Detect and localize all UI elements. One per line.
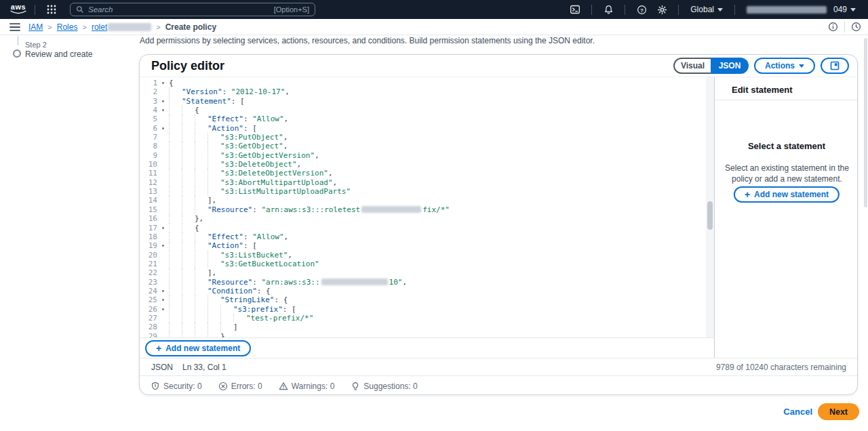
fold-toggle-icon[interactable]: ▾	[157, 224, 169, 232]
security-findings[interactable]: Security: 0	[151, 382, 202, 391]
step-radio-icon[interactable]	[13, 49, 21, 58]
breadcrumb-role[interactable]: rolet	[92, 22, 151, 32]
json-code-editor[interactable]: 1▾{2"Version": "2012-10-17",3▾"Statement…	[140, 77, 714, 337]
divider	[625, 5, 625, 15]
editor-line[interactable]: 4▾{	[140, 106, 706, 115]
error-circle-icon	[218, 382, 228, 391]
status-cursor-position: Ln 33, Col 1	[182, 363, 226, 372]
info-panel-icon[interactable]	[828, 22, 838, 32]
editor-line[interactable]: 28]	[140, 323, 706, 331]
actions-dropdown-button[interactable]: Actions	[754, 58, 815, 74]
indent-guide	[208, 169, 220, 178]
editor-line[interactable]: 25▾"StringLike": {	[140, 295, 706, 304]
editor-line[interactable]: 17▾{	[140, 224, 706, 232]
panel-add-new-statement-button[interactable]: + Add new statement	[734, 186, 840, 203]
region-selector[interactable]: Global	[685, 5, 728, 14]
next-button[interactable]: Next	[818, 403, 859, 420]
editor-line[interactable]: 2"Version": "2012-10-17",	[140, 87, 706, 96]
editor-line[interactable]: 9"s3:GetObjectVersion",	[140, 151, 706, 160]
maximize-editor-button[interactable]	[821, 58, 849, 74]
editor-scrollbar[interactable]	[706, 77, 714, 337]
divider	[35, 5, 35, 15]
json-key: "s3:prefix"	[233, 305, 283, 314]
page-scrollbar-thumb[interactable]	[864, 38, 867, 207]
fold-toggle-icon[interactable]: ▾	[157, 97, 169, 106]
editor-line[interactable]: 29}	[140, 332, 706, 337]
json-toggle-button[interactable]: JSON	[711, 58, 749, 74]
fold-toggle-icon[interactable]: ▾	[157, 241, 169, 250]
editor-line[interactable]: 14],	[140, 196, 706, 205]
indent-guide	[169, 260, 182, 268]
fold-toggle-icon[interactable]: ▾	[157, 287, 169, 295]
fold-spacer	[157, 187, 169, 196]
code-text: }	[169, 332, 706, 337]
notifications-bell-icon[interactable]	[598, 2, 618, 17]
editor-line[interactable]: 6▾"Action": [	[140, 124, 706, 133]
editor-line[interactable]: 20"s3:ListBucket",	[140, 251, 706, 260]
fold-toggle-icon[interactable]: ▾	[157, 295, 169, 304]
json-punctuation: : {	[274, 295, 288, 304]
editor-mode-toggle: Visual JSON	[673, 58, 749, 74]
help-icon[interactable]: ?	[631, 2, 652, 17]
cloudshell-icon[interactable]	[565, 2, 585, 17]
account-menu[interactable]: 049	[741, 5, 861, 14]
app-launcher-grid-icon[interactable]	[41, 2, 62, 17]
cancel-button[interactable]: Cancel	[783, 407, 812, 417]
step-name-review-and-create[interactable]: Review and create	[25, 49, 92, 59]
line-number: 14	[140, 196, 157, 205]
editor-line[interactable]: 15"Resource": "arn:aws:s3:::roletestfix/…	[140, 205, 706, 214]
editor-line[interactable]: 11"s3:DeleteObjectVersion",	[140, 169, 706, 178]
json-string: "arn:aws:s3::	[261, 278, 319, 287]
editor-line[interactable]: 21"s3:GetBucketLocation"	[140, 260, 706, 268]
editor-scrollbar-thumb[interactable]	[707, 201, 713, 230]
indent-guide	[169, 97, 182, 106]
indent-guide	[195, 205, 208, 214]
editor-line[interactable]: 19▾"Action": [	[140, 241, 706, 250]
indent-guide	[169, 115, 182, 123]
editor-line[interactable]: 24▾"Condition": {	[140, 287, 706, 295]
editor-line[interactable]: 13"s3:ListMultipartUploadParts"	[140, 187, 706, 196]
history-clock-icon[interactable]	[851, 22, 861, 32]
fold-toggle-icon[interactable]: ▾	[157, 305, 169, 314]
indent-guide	[195, 268, 208, 277]
warnings-count[interactable]: Warnings: 0	[279, 382, 335, 391]
breadcrumb-iam[interactable]: IAM	[28, 22, 43, 32]
editor-line[interactable]: 22],	[140, 268, 706, 277]
search-input[interactable]: Search [Option+S]	[70, 3, 315, 16]
indent-guide	[182, 332, 195, 337]
editor-line[interactable]: 8"s3:GetObject",	[140, 142, 706, 150]
editor-line[interactable]: 16},	[140, 214, 706, 223]
editor-line[interactable]: 5"Effect": "Allow",	[140, 115, 706, 123]
editor-line[interactable]: 12"s3:AbortMultipartUpload",	[140, 178, 706, 187]
indent-guide	[182, 106, 195, 115]
errors-count[interactable]: Errors: 0	[218, 382, 262, 391]
fold-spacer	[157, 87, 169, 96]
fold-toggle-icon[interactable]: ▾	[157, 124, 169, 133]
editor-line[interactable]: 26▾"s3:prefix": [	[140, 305, 706, 314]
fold-spacer	[157, 314, 169, 323]
json-punctuation: {	[195, 106, 199, 115]
editor-line[interactable]: 7"s3:PutObject",	[140, 133, 706, 142]
aws-logo[interactable]: aws	[8, 4, 28, 15]
json-key: "Version"	[182, 87, 222, 96]
suggestions-count[interactable]: Suggestions: 0	[351, 382, 417, 391]
json-punctuation: ,	[284, 115, 289, 123]
editor-line[interactable]: 18"Effect": "Allow",	[140, 232, 706, 241]
side-nav-hamburger-icon[interactable]	[9, 22, 20, 32]
editor-line[interactable]: 10"s3:DeleteObject",	[140, 160, 706, 169]
line-number: 5	[140, 115, 157, 123]
fold-toggle-icon[interactable]: ▾	[157, 106, 169, 115]
account-suffix: 049	[833, 5, 847, 14]
breadcrumb-roles[interactable]: Roles	[57, 22, 78, 32]
editor-line[interactable]: 3▾"Statement": [	[140, 97, 706, 106]
code-text: "s3:ListMultipartUploadParts"	[169, 187, 706, 196]
editor-line[interactable]: 23"Resource": "arn:aws:s3::10",	[140, 278, 706, 287]
indent-guide	[182, 323, 195, 331]
editor-line[interactable]: 27"test-prefix/*"	[140, 314, 706, 323]
indent-guide	[169, 305, 182, 314]
visual-toggle-button[interactable]: Visual	[673, 58, 711, 74]
fold-toggle-icon[interactable]: ▾	[157, 79, 169, 87]
editor-line[interactable]: 1▾{	[140, 79, 706, 87]
settings-gear-icon[interactable]	[652, 2, 672, 17]
add-new-statement-button[interactable]: + Add new statement	[145, 340, 251, 356]
